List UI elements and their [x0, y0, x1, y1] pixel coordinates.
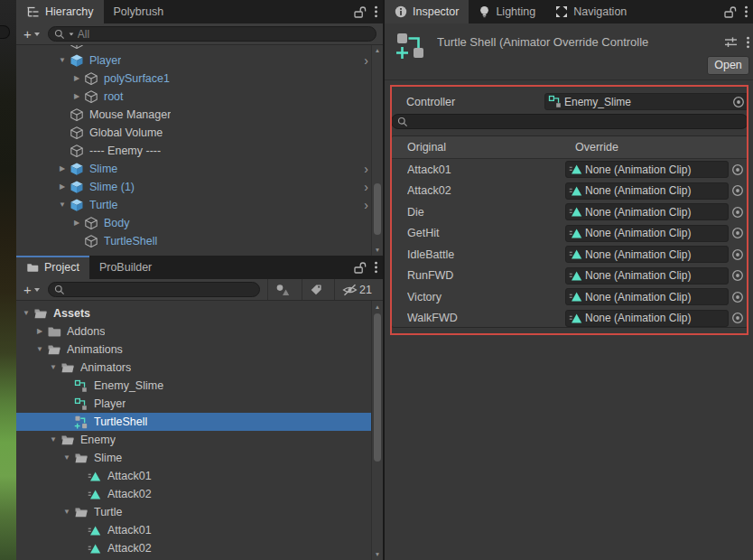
project-row[interactable]: ▼Slime [16, 449, 383, 467]
project-row[interactable]: ▼Assets [16, 304, 383, 322]
controller-label: Controller [406, 96, 455, 108]
tab-project[interactable]: Project [16, 256, 89, 279]
hierarchy-search-input[interactable]: All [48, 26, 376, 42]
create-object-button[interactable] [20, 26, 43, 42]
object-picker-icon[interactable] [731, 227, 744, 239]
project-row[interactable]: ▼Animations [16, 341, 383, 359]
prefab-open-chevron-icon[interactable]: › [364, 179, 368, 195]
foldout-collapsed-icon[interactable]: ▶ [56, 160, 69, 178]
tab-navigation[interactable]: Navigation [545, 0, 637, 23]
object-picker-icon[interactable] [731, 312, 744, 324]
prefab-open-chevron-icon[interactable]: › [364, 161, 368, 177]
override-object-field[interactable]: None (Animation Clip) [565, 225, 729, 242]
cube-outline-icon [70, 144, 84, 158]
project-row[interactable]: ▼Turtle [16, 503, 383, 521]
kebab-menu-icon[interactable] [374, 5, 378, 19]
project-row[interactable]: Attack02 [16, 485, 383, 503]
tab-hierarchy[interactable]: Hierarchy [16, 0, 104, 23]
override-object-field[interactable]: None (Animation Clip) [565, 246, 729, 263]
hierarchy-row[interactable] [16, 45, 383, 51]
object-picker-icon[interactable] [731, 163, 744, 176]
hierarchy-row[interactable]: ▶Slime› [16, 160, 383, 178]
scroll-up-icon[interactable] [372, 47, 383, 53]
hierarchy-row[interactable]: ▶root [16, 88, 383, 106]
tab-probuilder[interactable]: ProBuilder [89, 256, 162, 279]
scrollbar-thumb[interactable] [374, 183, 381, 235]
foldout-expanded-icon[interactable]: ▼ [33, 341, 46, 359]
override-object-field[interactable]: None (Animation Clip) [565, 182, 729, 200]
open-button[interactable]: Open [707, 56, 749, 75]
object-picker-icon[interactable] [731, 269, 744, 282]
foldout-expanded-icon[interactable]: ▼ [20, 304, 33, 322]
kebab-menu-icon[interactable] [744, 5, 748, 19]
project-scrollbar[interactable] [371, 301, 383, 560]
controller-object-field[interactable]: Enemy_Slime [544, 93, 748, 110]
foldout-expanded-icon[interactable]: ▼ [56, 51, 69, 70]
hierarchy-scrollbar[interactable] [371, 45, 383, 256]
hierarchy-row[interactable]: ---- Enemy ---- [16, 142, 383, 160]
hierarchy-row-label: polySurface1 [104, 72, 170, 85]
foldout-expanded-icon[interactable]: ▼ [60, 449, 73, 467]
hierarchy-row[interactable]: ▶Body [16, 214, 383, 232]
kebab-menu-icon[interactable] [374, 260, 378, 275]
foldout-expanded-icon[interactable]: ▼ [47, 359, 60, 377]
prefab-open-chevron-icon[interactable]: › [364, 52, 368, 69]
hidden-packages-button[interactable]: 21 [334, 279, 379, 300]
anim-clip-icon [569, 163, 582, 176]
foldout-expanded-icon[interactable]: ▼ [60, 503, 73, 521]
project-row[interactable]: ▶Addons [16, 322, 383, 341]
lock-icon[interactable] [353, 261, 367, 275]
project-row[interactable]: Enemy_Slime [16, 377, 383, 395]
hierarchy-row[interactable]: ▶Slime (1)› [16, 178, 383, 196]
hierarchy-row[interactable]: Mouse Manager [16, 106, 383, 124]
original-clip-name: Die [407, 206, 565, 219]
project-row[interactable]: Attack01 [16, 521, 383, 539]
prefab-open-chevron-icon[interactable]: › [364, 197, 368, 213]
object-picker-icon[interactable] [731, 206, 744, 219]
foldout-expanded-icon[interactable]: ▼ [56, 196, 69, 214]
hierarchy-row[interactable]: ▶polySurface1 [16, 70, 383, 88]
project-row[interactable]: ▼Animators [16, 359, 383, 377]
project-row[interactable]: TurtleShell [16, 413, 383, 431]
foldout-collapsed-icon[interactable]: ▶ [70, 70, 83, 88]
hierarchy-row[interactable]: ▼Turtle› [16, 196, 383, 214]
asset-title: Turtle Shell (Animator Override Controll… [437, 35, 722, 49]
foldout-collapsed-icon[interactable]: ▶ [56, 178, 69, 196]
hierarchy-row[interactable]: ▼Player› [16, 51, 383, 70]
project-search-input[interactable] [48, 282, 260, 297]
lock-icon[interactable] [723, 5, 737, 19]
lock-icon[interactable] [353, 5, 367, 19]
project-row[interactable]: ▼Enemy [16, 431, 383, 449]
presets-icon[interactable] [724, 36, 738, 48]
override-object-field[interactable]: None (Animation Clip) [565, 267, 729, 285]
override-object-field[interactable]: None (Animation Clip) [565, 310, 729, 327]
scroll-down-icon[interactable] [372, 551, 383, 557]
override-object-field[interactable]: None (Animation Clip) [565, 203, 729, 220]
object-picker-icon[interactable] [731, 291, 744, 303]
object-picker-icon[interactable] [731, 248, 744, 261]
override-object-field[interactable]: None (Animation Clip) [565, 288, 729, 305]
override-object-field[interactable]: None (Animation Clip) [565, 161, 729, 178]
hierarchy-row[interactable]: Global Volume [16, 124, 383, 142]
search-by-label-button[interactable] [302, 279, 330, 300]
object-picker-icon[interactable] [732, 96, 745, 108]
tab-lighting[interactable]: Lighting [469, 0, 545, 23]
create-asset-button[interactable] [20, 282, 43, 298]
project-row[interactable]: Player [16, 395, 383, 413]
tab-polybrush[interactable]: Polybrush [104, 0, 174, 23]
override-search-input[interactable] [391, 114, 748, 129]
foldout-collapsed-icon[interactable]: ▶ [70, 88, 83, 106]
foldout-collapsed-icon[interactable]: ▶ [70, 214, 83, 232]
foldout-expanded-icon[interactable]: ▼ [47, 431, 60, 449]
scrollbar-thumb[interactable] [374, 313, 381, 462]
search-by-type-button[interactable] [267, 279, 297, 300]
hierarchy-row[interactable]: TurtleShell [16, 232, 383, 250]
project-row[interactable]: Attack02 [16, 539, 383, 557]
foldout-collapsed-icon[interactable]: ▶ [33, 322, 46, 341]
tab-inspector[interactable]: Inspector [385, 0, 469, 23]
scroll-down-icon[interactable] [372, 247, 383, 253]
kebab-menu-icon[interactable] [746, 35, 750, 50]
project-row[interactable]: Attack01 [16, 467, 383, 485]
scroll-up-icon[interactable] [372, 303, 383, 310]
object-picker-icon[interactable] [731, 184, 744, 197]
